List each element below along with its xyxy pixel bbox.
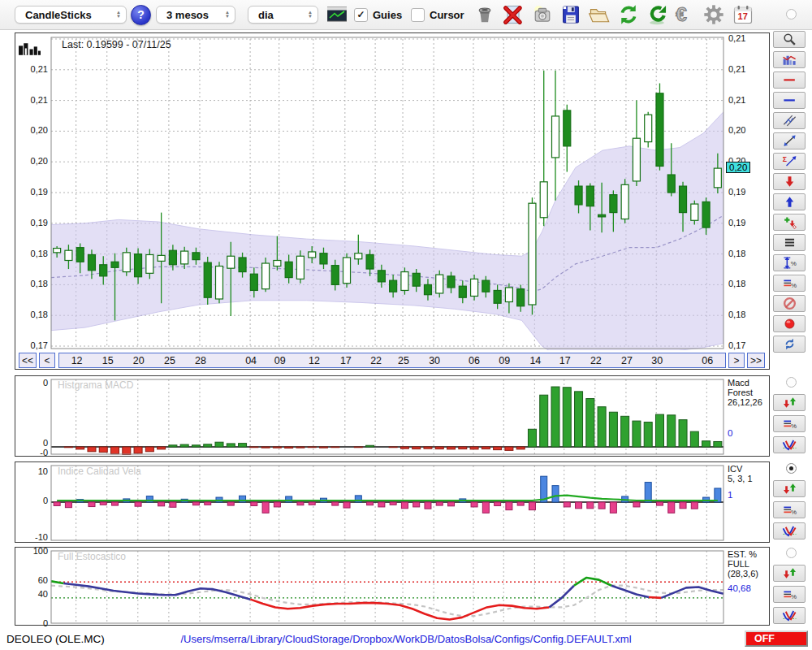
chart-type-select[interactable]: CandleSticks ▲▼ xyxy=(15,6,127,24)
sigma-trend-icon: Σ xyxy=(782,154,797,169)
macd-title: Histgrama MACD xyxy=(58,379,133,391)
last-price-label: Last: 0.19599 - 07/11/25 xyxy=(62,39,171,50)
lines-pct-macd-button[interactable]: % xyxy=(773,415,806,432)
nav-prev-button[interactable]: < xyxy=(39,353,55,368)
config-path-link[interactable]: /Users/mserra/Library/CloudStorage/Dropb… xyxy=(97,633,715,645)
trash-icon xyxy=(473,3,496,26)
price-axis-label-right: 0,17 xyxy=(728,340,745,350)
nav-first-button[interactable]: << xyxy=(19,353,37,368)
checkbox-empty-icon xyxy=(411,8,425,22)
blue-hline-button[interactable] xyxy=(773,92,806,109)
checkbox-check-icon: ✓ xyxy=(354,8,368,22)
record-icon xyxy=(782,316,797,332)
s-refresh-button[interactable] xyxy=(646,3,668,26)
open-folder-button[interactable] xyxy=(588,3,611,26)
lines-pct-stoch-button[interactable]: % xyxy=(773,586,806,603)
curves-icon xyxy=(782,608,797,623)
chart-type-value: CandleSticks xyxy=(25,9,111,21)
euro-button[interactable]: € xyxy=(674,3,697,26)
chevron-updown-icon: ▲▼ xyxy=(308,11,313,19)
refresh-blue-button[interactable] xyxy=(773,336,806,353)
price-axis-label-right: 0,19 xyxy=(728,187,745,197)
stochastic-line-chart[interactable] xyxy=(15,548,768,624)
date-tick-label: 22 xyxy=(590,355,602,366)
date-axis-strip[interactable]: 1215202528040912172225300609141722273006 xyxy=(58,353,726,368)
record-button[interactable] xyxy=(773,315,806,332)
period-value: 3 mesos xyxy=(166,9,220,21)
icv-axis-label: -10 xyxy=(17,532,48,542)
red-hline-icon xyxy=(782,72,797,88)
cursor-checkbox[interactable]: Cursor xyxy=(411,8,464,22)
price-axis-label-right: 0,21 xyxy=(728,64,745,74)
refresh-blue-icon xyxy=(782,336,797,352)
date-tick-label: 12 xyxy=(71,355,83,366)
chevron-updown-icon: ▲▼ xyxy=(116,11,121,19)
svg-text:%: % xyxy=(791,282,797,289)
off-button[interactable]: OFF xyxy=(745,630,808,647)
curves-icon xyxy=(782,437,797,453)
symbol-label: DEOLEO (OLE.MC) xyxy=(6,633,105,645)
updown-arrows-icv-button[interactable] xyxy=(773,480,806,497)
lines-pct-icon: % xyxy=(782,502,797,518)
interval-select[interactable]: dia ▲▼ xyxy=(248,6,318,24)
help-button[interactable]: ? xyxy=(131,5,151,25)
red-hline-button[interactable] xyxy=(773,72,806,89)
camera-button[interactable] xyxy=(531,3,554,26)
icv-params-label: ICV5, 3, 1 xyxy=(728,464,753,483)
macd-panel-radio[interactable] xyxy=(786,377,797,388)
price-axis-label-right: 0,20 xyxy=(728,125,745,135)
guies-checkbox[interactable]: ✓ Guies xyxy=(354,8,402,22)
updown-arrows-stoch-button[interactable] xyxy=(773,565,806,582)
date-tick-label: 14 xyxy=(529,355,541,366)
camera-icon xyxy=(531,3,554,26)
trendline-button[interactable] xyxy=(773,132,806,150)
s-refresh-icon xyxy=(646,3,668,26)
calendar-button[interactable]: 17 xyxy=(732,3,754,26)
arrow-up-blue-button[interactable] xyxy=(773,193,806,210)
magnifier-button[interactable] xyxy=(773,31,806,48)
lines-pct-icv-button[interactable]: % xyxy=(773,501,806,518)
forbidden-button[interactable] xyxy=(773,295,806,312)
curves-macd-button[interactable] xyxy=(773,436,806,453)
updown-arrows-macd-button[interactable] xyxy=(773,394,806,411)
indicator-chart-button[interactable] xyxy=(773,51,806,68)
stoch-panel-radio[interactable] xyxy=(786,548,797,558)
icv-panel-radio[interactable] xyxy=(786,463,797,474)
lines-pct-button[interactable]: % xyxy=(773,275,806,292)
vrange-pct-button[interactable]: % xyxy=(773,254,806,271)
sigma-trend-button[interactable]: Σ xyxy=(773,153,806,170)
volume-bars-icon[interactable] xyxy=(19,41,41,58)
price-axis-label-left: 0,18 xyxy=(17,279,48,288)
date-tick-label: 30 xyxy=(429,355,440,366)
date-tick-label: 15 xyxy=(102,355,114,366)
triple-lines-button[interactable] xyxy=(773,234,806,251)
trendline-icon xyxy=(782,133,797,149)
arrow-down-red-button[interactable] xyxy=(773,173,806,190)
svg-text:%: % xyxy=(790,260,796,267)
updown-arrows-icon xyxy=(782,566,797,581)
add-remove-button[interactable] xyxy=(773,214,806,231)
curves-stoch-button[interactable] xyxy=(773,607,806,624)
candlestick-chart[interactable] xyxy=(15,33,768,352)
lines-pct-icon: % xyxy=(782,275,797,291)
nav-last-button[interactable]: >> xyxy=(747,353,765,368)
curves-icv-button[interactable] xyxy=(773,522,806,540)
floppy-button[interactable] xyxy=(559,3,582,26)
price-axis-label-left: 0,20 xyxy=(17,156,48,166)
svg-text:%: % xyxy=(791,593,797,600)
chart-window-icon[interactable] xyxy=(327,6,347,23)
period-select[interactable]: 3 mesos ▲▼ xyxy=(156,6,235,24)
delete-x-button[interactable] xyxy=(502,3,525,26)
date-tick-label: 25 xyxy=(164,355,175,366)
nav-next-button[interactable]: > xyxy=(728,353,745,368)
toolbar-radio[interactable] xyxy=(786,9,797,20)
trash-button[interactable] xyxy=(473,3,496,26)
refresh-green-button[interactable] xyxy=(617,3,640,26)
icv-axis-label: 0 xyxy=(17,496,48,505)
date-tick-label: 09 xyxy=(274,355,286,366)
date-tick-label: 28 xyxy=(195,355,206,366)
toolbar: CandleSticks ▲▼ ? 3 mesos ▲▼ dia ▲▼ ✓ Gu… xyxy=(0,0,812,30)
channel-button[interactable] xyxy=(773,112,806,129)
date-tick-label: 06 xyxy=(702,355,713,366)
gear-button[interactable] xyxy=(702,3,725,26)
